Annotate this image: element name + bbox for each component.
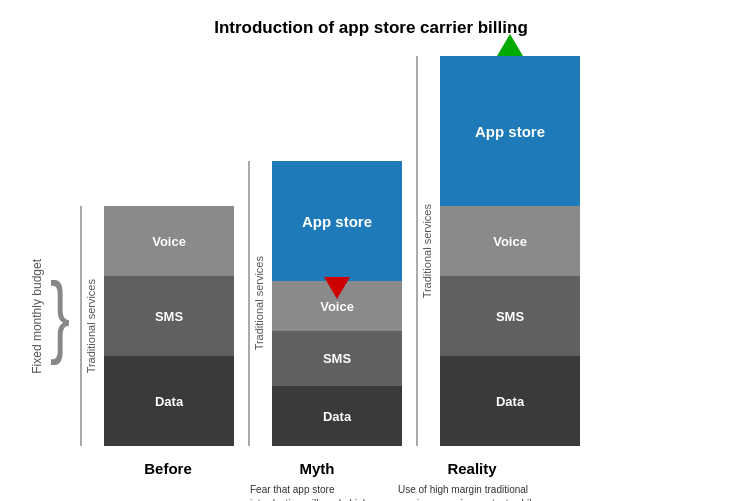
before-data-segment: Data	[104, 356, 234, 446]
myth-bar-stack: App store Voice SMS Data	[272, 161, 402, 446]
myth-appstore-segment: App store	[272, 161, 402, 281]
before-sms-segment: SMS	[104, 276, 234, 356]
reality-bar-stack: App store Voice SMS Data	[440, 56, 580, 446]
brace-symbol: }	[50, 271, 70, 361]
reality-col-title: Reality	[447, 460, 496, 477]
fixed-budget-label: Fixed monthly budget }	[30, 186, 70, 446]
reality-data-segment: Data	[440, 356, 580, 446]
page-title: Introduction of app store carrier billin…	[214, 18, 528, 38]
myth-bottom: Myth Fear that app store introduction wi…	[250, 450, 384, 501]
before-trad-services-label: Traditional services	[80, 206, 100, 446]
before-voice-segment: Voice	[104, 206, 234, 276]
up-arrow-icon	[497, 34, 523, 56]
before-bottom: Before	[100, 450, 236, 501]
myth-trad-services-label: Traditional services	[248, 161, 268, 446]
reality-trad-text: Traditional services	[421, 204, 433, 298]
before-bar-stack: Voice SMS Data	[104, 206, 234, 446]
myth-data-segment: Data	[272, 386, 402, 446]
myth-col-desc: Fear that app store introduction will er…	[250, 483, 384, 501]
reality-trad-services-label: Traditional services	[416, 56, 436, 446]
myth-col-title: Myth	[300, 460, 335, 477]
down-arrow-icon	[324, 277, 350, 299]
myth-sms-segment: SMS	[272, 331, 402, 386]
reality-sms-segment: SMS	[440, 276, 580, 356]
reality-bottom: Reality Use of high margin traditional s…	[398, 450, 546, 501]
myth-trad-text: Traditional services	[253, 256, 265, 350]
reality-col-desc: Use of high margin traditional services …	[398, 483, 546, 501]
myth-column: Traditional services App store Voice	[248, 161, 402, 446]
before-col-title: Before	[144, 460, 192, 477]
reality-voice-segment: Voice	[440, 206, 580, 276]
before-trad-text: Traditional services	[85, 279, 97, 373]
reality-appstore-segment: App store	[440, 56, 580, 206]
rotated-budget-text: Fixed monthly budget	[30, 259, 44, 374]
before-column: Traditional services Voice SMS Data	[80, 206, 234, 446]
reality-column: Traditional services App store Voice	[416, 56, 580, 446]
